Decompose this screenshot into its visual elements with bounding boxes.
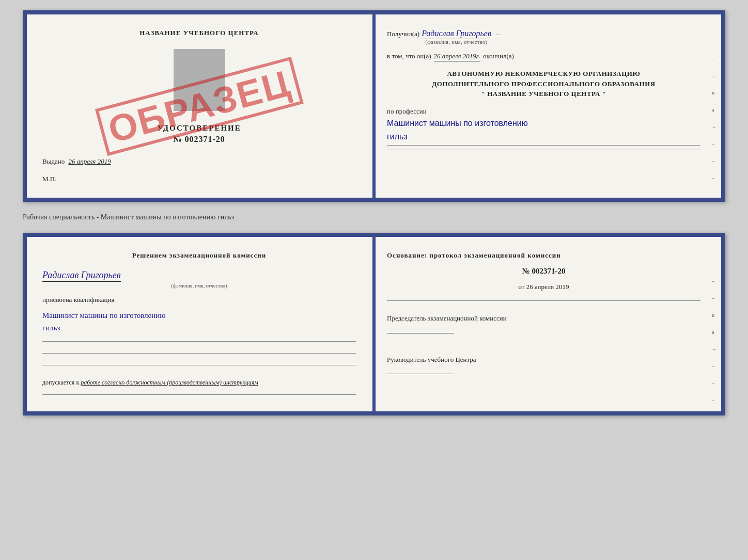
bottom-doc-left: Решением экзаменационной комиссии Радисл… [27,237,371,411]
profession-block-top: по профессии Машинист машины по изготовл… [387,106,700,153]
organization-block: АВТОНОМНУЮ НЕКОММЕРЧЕСКУЮ ОРГАНИЗАЦИЮ ДО… [387,69,700,99]
ot-date: 26 апреля 2019 [526,283,569,291]
osnova-title: Основание: протокол экзаменационной коми… [387,251,700,260]
recipient-name-top: Радислав Григорьев [422,29,491,39]
photo-placeholder [174,49,225,111]
vydano-label: Выдано [42,157,65,165]
top-doc-right: Получил(а) Радислав Григорьев (фамилия, … [371,14,721,198]
received-line: Получил(а) Радислав Григорьев (фамилия, … [387,29,700,45]
school-name-top: НАЗВАНИЕ УЧЕБНОГО ЦЕНТРА [139,29,259,37]
vydano-line: Выдано 26 апреля 2019 [42,157,111,166]
fio-hint-bottom: (фамилия, имя, отчество) [172,283,227,289]
bottom-doc-right: Основание: протокол экзаменационной коми… [371,237,721,411]
okoncil-label: окончил(а) [483,52,514,60]
vydano-date: 26 апреля 2019 [69,157,111,165]
poluchil-label: Получил(а) [387,30,419,38]
dopuskaetsya-label: допускается к [42,379,79,386]
udostoverenie-block: УДОСТОВЕРЕНИЕ № 002371-20 [157,124,241,144]
dopuskaetsya-text: работе согласно должностным (производств… [81,379,258,386]
ot-label: от [518,283,524,291]
protocol-number: № 002371-20 [387,267,700,276]
predsedatel-signature-line [387,326,454,333]
vtom-line: в том, что он(а) 26 апреля 2019г. окончи… [387,52,700,61]
separator-label: Рабочая специальность - Машинист машины … [23,211,725,223]
rukovoditel-signature-line [387,367,454,374]
mp-label: М.П. [42,175,56,183]
profession-bottom: Машинист машины по изготовлению гильз [42,309,356,334]
predsedatel-block: Председатель экзаменационной комиссии [387,313,700,337]
prisvoena-label: присвоена квалификация [42,296,356,304]
po-professii-label: по профессии [387,106,700,117]
recipient-name-bottom: Радислав Григорьев [42,270,121,282]
profession-handwritten-top: Машинист машины по изготовлению гильз [387,117,700,143]
org-line1: АВТОНОМНУЮ НЕКОММЕРЧЕСКУЮ ОРГАНИЗАЦИЮ [387,69,700,79]
rukovoditel-block: Руководитель учебного Центра [387,355,700,378]
date-ot: от 26 апреля 2019 [387,283,700,291]
org-name: " НАЗВАНИЕ УЧЕБНОГО ЦЕНТРА " [387,89,700,99]
predsedatel-label: Председатель экзаменационной комиссии [387,313,700,324]
top-doc-left: НАЗВАНИЕ УЧЕБНОГО ЦЕНТРА УДОСТОВЕРЕНИЕ №… [27,14,371,198]
completion-date: 26 апреля 2019г. [434,52,480,61]
rukovoditel-label: Руководитель учебного Центра [387,355,700,365]
udostoverenie-label: УДОСТОВЕРЕНИЕ [157,124,241,133]
document-number: № 002371-20 [157,135,241,144]
org-line2: ДОПОЛНИТЕЛЬНОГО ПРОФЕССИОНАЛЬНОГО ОБРАЗО… [387,79,700,89]
top-document: НАЗВАНИЕ УЧЕБНОГО ЦЕНТРА УДОСТОВЕРЕНИЕ №… [23,10,725,202]
dopuskaetsya-block: допускается к работе согласно должностны… [42,378,356,387]
resheniem-title: Решением экзаменационной комиссии [42,251,356,260]
vtom-label: в том, что он(а) [387,52,431,60]
side-ticks-bottom: – – и а ← – – – [712,278,717,403]
side-ticks-top: – – и а ← – – – [712,56,717,181]
dash-top: – [496,30,500,38]
fio-hint-top: (фамилия, имя, отчество) [426,39,488,45]
bottom-document: Решением экзаменационной комиссии Радисл… [23,233,725,415]
